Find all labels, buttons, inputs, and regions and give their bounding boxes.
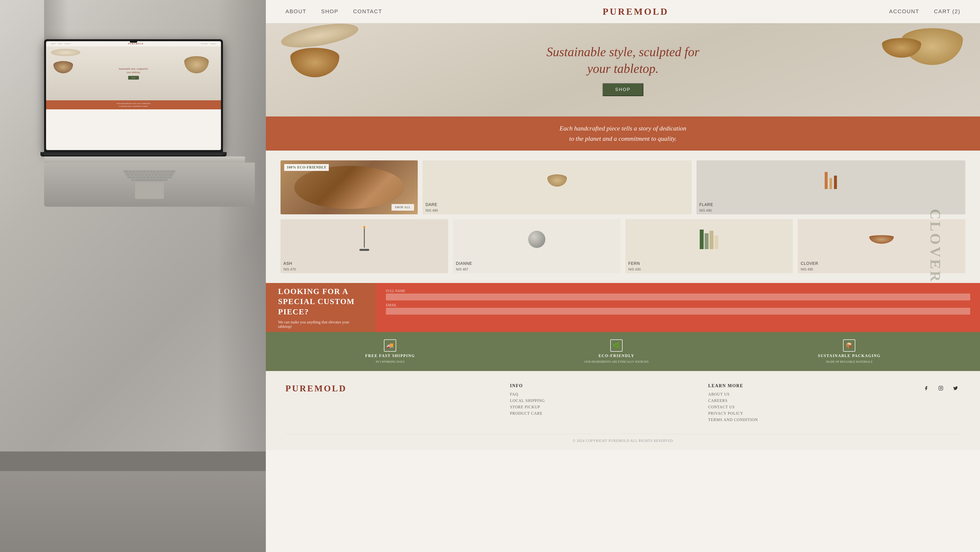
laptop-base-hinge	[40, 152, 227, 156]
dianne-price: NIS 467	[453, 267, 620, 273]
key	[165, 173, 168, 175]
key	[158, 173, 161, 175]
footer-terms[interactable]: TERMS AND CONDITION	[708, 418, 758, 422]
flare-price: NIS 490	[697, 208, 966, 214]
hero-section: Sustainable style, sculpted for your tab…	[266, 23, 980, 116]
hero-title-line1: Sustainable style, sculpted for	[547, 45, 700, 59]
custom-section: LOOKING FOR A SPECIAL CUSTOM PIECE? We c…	[266, 283, 980, 332]
mini-hero: Sustainable style, sculpted foryour tabl…	[46, 46, 221, 100]
laptop-screen: ABOUT SHOP CONTACT PUREMOLD ACCOUNT CART…	[46, 41, 221, 150]
product-ash[interactable]: ASH NIS 470	[280, 219, 448, 273]
nav-account[interactable]: ACCOUNT	[889, 8, 919, 15]
fern-name: FERN	[625, 260, 793, 267]
eco-subtitle: OUR INGREDIENTS ARE ETHICALLY SOURCED	[584, 360, 649, 364]
shop-button[interactable]: SHOP	[603, 83, 643, 96]
key	[169, 173, 173, 175]
nav-contact[interactable]: CONTACT	[353, 8, 382, 15]
mini-nav-about: ABOUT	[51, 43, 56, 45]
nav-cart[interactable]: CART (2)	[934, 8, 960, 15]
svg-point-2	[942, 387, 942, 388]
nav-left: ABOUT SHOP CONTACT	[285, 8, 382, 15]
nav-shop[interactable]: SHOP	[321, 8, 338, 15]
eco-card[interactable]: 100% ECO-FRIENDLY SHOP ALL	[280, 160, 418, 214]
key	[157, 170, 159, 172]
svg-point-1	[940, 388, 942, 389]
key	[167, 175, 172, 177]
shipping-title: FREE FAST SHIPPING	[365, 354, 415, 358]
footer-about-us[interactable]: ABOUT US	[708, 392, 758, 397]
instagram-icon[interactable]	[936, 383, 946, 393]
laptop-keyboard-base	[44, 156, 245, 163]
footer-contact-us[interactable]: CONTACT US	[708, 405, 758, 409]
candle-1	[825, 172, 827, 189]
product-clover[interactable]: CLOVER NIS 490 CLOVER	[798, 219, 965, 273]
footer-faq[interactable]: FAQ	[510, 392, 545, 397]
eco-badge-text: 100% ECO-FRIENDLY	[286, 166, 326, 169]
book-4	[714, 236, 718, 249]
dianne-sphere	[528, 231, 546, 248]
products-row-1: 100% ECO-FRIENDLY SHOP ALL DARE NIS 490	[280, 160, 965, 214]
key	[165, 178, 167, 180]
mini-account: ACCOUNT	[201, 43, 208, 45]
clover-bowl	[869, 235, 894, 244]
key	[127, 175, 132, 177]
key	[164, 175, 166, 177]
eco-icon: 🌿	[610, 340, 622, 352]
mini-bowl-right	[184, 56, 209, 73]
fern-image	[625, 219, 793, 260]
key	[153, 175, 156, 177]
clover-price: NIS 490	[798, 267, 965, 273]
eco-badge: 100% ECO-FRIENDLY	[284, 164, 329, 171]
nav-about[interactable]: ABOUT	[285, 8, 307, 15]
book-1	[700, 230, 704, 249]
footer-brand: PUREMOLD	[285, 383, 347, 394]
footer-privacy[interactable]: PRIVACY POLICY	[708, 411, 758, 416]
full-name-input[interactable]	[386, 294, 970, 300]
banner-line2: to the planet and a commitment to qualit…	[569, 135, 677, 142]
footer-learn-col: LEARN MORE ABOUT US CAREERS CONTACT US P…	[708, 383, 758, 424]
site-banner: Each handcrafted piece tells a story of …	[266, 116, 980, 151]
nav-right: ACCOUNT CART (2)	[889, 8, 960, 15]
book-2	[705, 233, 708, 249]
spacebar	[135, 178, 164, 180]
key	[139, 175, 142, 177]
dare-image	[423, 160, 692, 201]
benefits-bar: 🚚 FREE FAST SHIPPING IN 5 WORKING DAYS 🌿…	[266, 332, 980, 371]
footer-product-care[interactable]: PRODUCT CARE	[510, 411, 545, 416]
product-dianne[interactable]: DIANNE NIS 467	[453, 219, 620, 273]
key	[160, 170, 163, 172]
key	[150, 175, 153, 177]
camera-notch	[130, 41, 137, 43]
benefit-packaging: 📦 SUSTAINABLE PACKAGING MADE OF REUSABLE…	[818, 340, 881, 364]
custom-left: LOOKING FOR A SPECIAL CUSTOM PIECE? We c…	[266, 283, 376, 332]
key	[136, 170, 139, 172]
keyboard-row-3	[127, 175, 172, 177]
email-input[interactable]	[386, 308, 970, 314]
site-brand: PUREMOLD	[603, 6, 669, 17]
benefit-eco: 🌿 ECO-FRIENDLY OUR INGREDIENTS ARE ETHIC…	[584, 340, 649, 364]
hero-right-decor	[872, 23, 970, 116]
mini-shop-btn[interactable]: SHOP	[128, 76, 139, 80]
product-dare[interactable]: DARE NIS 490	[423, 160, 692, 214]
footer-store-pickup[interactable]: STORE PICKUP	[510, 405, 545, 409]
benefit-shipping: 🚚 FREE FAST SHIPPING IN 5 WORKING DAYS	[365, 340, 415, 364]
twitter-icon[interactable]	[951, 383, 960, 393]
dare-name: DARE	[423, 201, 692, 208]
footer-bottom: © 2024 COPYRIGHT PUREMOLD ALL RIGHTS RES…	[285, 434, 960, 443]
footer-careers[interactable]: CAREERS	[708, 399, 758, 403]
key	[145, 173, 148, 175]
footer-local-shipping[interactable]: LOCAL SHIPPING	[510, 399, 545, 403]
footer-learn-title: LEARN MORE	[708, 383, 758, 388]
banner-line1: Each handcrafted piece tells a story of …	[560, 125, 686, 132]
bowl-tall	[290, 48, 339, 77]
facebook-icon[interactable]	[921, 383, 931, 393]
packaging-subtitle: MADE OF REUSABLE MATERIALS	[826, 360, 872, 364]
email-label: EMAIL	[386, 303, 970, 307]
trackpad	[135, 182, 164, 199]
dianne-image	[453, 219, 620, 260]
mini-banner: Each handcrafted piece tells a story of …	[46, 100, 221, 109]
product-flare[interactable]: FLARE NIS 490	[697, 160, 966, 214]
mini-banner-text: Each handcrafted piece tells a story of …	[48, 102, 219, 107]
shop-all-button[interactable]: SHOP ALL	[391, 204, 414, 211]
product-fern[interactable]: FERN NIS 430	[625, 219, 793, 273]
